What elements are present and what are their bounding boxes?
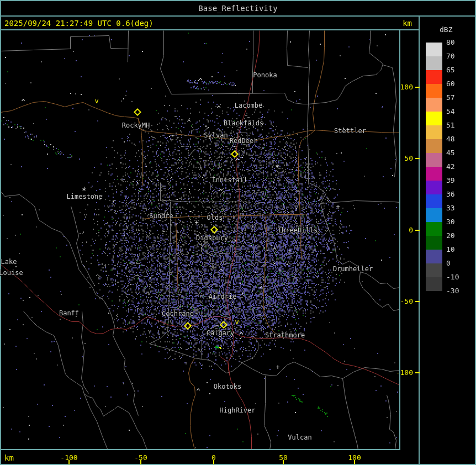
map-bottom-border <box>1 449 400 450</box>
infobar-divider <box>0 29 420 30</box>
legend-title: dBZ <box>440 25 452 34</box>
x-axis-unit-label: km <box>4 453 14 462</box>
map-right-border <box>399 30 400 450</box>
frame-left-border <box>0 0 1 465</box>
y-axis-unit-label: km <box>403 19 412 28</box>
window-title: Base_Reflectivity <box>198 4 277 13</box>
title-bar: Base_Reflectivity <box>0 1 476 15</box>
radar-map-canvas[interactable] <box>0 0 476 465</box>
timestamp-label: 2025/09/24 21:27:49 UTC 0.6(deg) <box>4 19 154 28</box>
legend-divider <box>419 15 420 465</box>
info-bar: 2025/09/24 21:27:49 UTC 0.6(deg) km <box>0 17 419 29</box>
radar-app-window: Base_Reflectivity 2025/09/24 21:27:49 UT… <box>0 0 476 465</box>
